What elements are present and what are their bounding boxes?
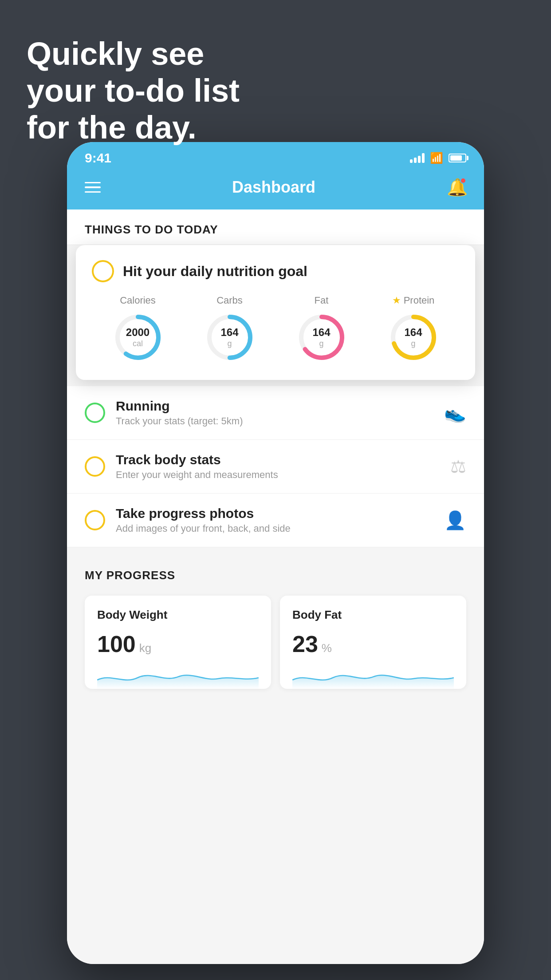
donut-calories: 2000 cal [111,311,165,364]
nutrition-card[interactable]: Hit your daily nutrition goal Calories 2… [76,245,475,380]
nutrition-item-protein: ★Protein 164 g [387,295,440,364]
donut-value-calories: 2000 [126,326,150,339]
nutrition-item-calories: Calories 2000 cal [111,295,165,364]
donut-unit-carbs: g [220,339,238,349]
star-icon: ★ [392,295,401,306]
todo-title-0: Running [116,399,433,414]
status-time: 9:41 [85,150,111,166]
status-bar: 9:41 📶 [67,142,484,170]
progress-value-row-0: 100 kg [97,631,259,657]
todo-circle-1 [85,456,105,477]
todo-text-0: Running Track your stats (target: 5km) [116,399,433,427]
mini-chart-1 [292,664,454,689]
progress-unit-0: kg [139,641,151,655]
donut-protein: 164 g [387,311,440,364]
donut-value-protein: 164 [404,326,422,339]
nutrition-card-title: Hit your daily nutrition goal [123,263,307,280]
progress-unit-1: % [322,641,332,655]
phone-mockup: 9:41 📶 Dashboard 🔔 THINGS TO DO TODAY [67,142,484,964]
todo-subtitle-2: Add images of your front, back, and side [116,523,433,534]
status-icons: 📶 [410,152,466,164]
nutrition-item-fat: Fat 164 g [295,295,348,364]
nutrition-label-carbs: Carbs [216,295,243,306]
progress-heading: MY PROGRESS [85,569,466,582]
progress-card-0[interactable]: Body Weight 100 kg [85,596,271,689]
nutrition-label-fat: Fat [315,295,329,306]
notification-bell[interactable]: 🔔 [447,178,466,197]
todo-text-1: Track body stats Enter your weight and m… [116,452,440,481]
todo-list: Running Track your stats (target: 5km) 👟… [67,386,484,547]
progress-section: MY PROGRESS Body Weight 100 kg [67,547,484,707]
hamburger-menu[interactable] [85,182,101,193]
progress-cards: Body Weight 100 kg Body Fat [85,596,466,689]
progress-card-1[interactable]: Body Fat 23 % [280,596,466,689]
progress-card-title-0: Body Weight [97,608,259,622]
todo-icon-2: 👤 [444,510,466,531]
todo-subtitle-1: Enter your weight and measurements [116,469,440,481]
todo-title-1: Track body stats [116,452,440,467]
hero-line3: for the day. [27,109,240,146]
things-to-do-header: THINGS TO DO TODAY [67,209,484,245]
todo-icon-1: ⚖ [450,456,466,477]
progress-value-1: 23 [292,631,318,657]
nutrition-label-calories: Calories [120,295,156,306]
donut-fat: 164 g [295,311,348,364]
mini-chart-0 [97,664,259,689]
progress-value-row-1: 23 % [292,631,454,657]
battery-icon [449,154,466,162]
progress-value-0: 100 [97,631,136,657]
things-to-do-title: THINGS TO DO TODAY [85,223,218,236]
donut-value-carbs: 164 [220,326,238,339]
nutrition-label-protein: Protein [404,295,435,306]
todo-title-2: Take progress photos [116,506,433,521]
app-header: Dashboard 🔔 [67,170,484,209]
todo-icon-0: 👟 [444,403,466,423]
notification-dot [460,178,466,184]
todo-item-1[interactable]: Track body stats Enter your weight and m… [67,440,484,494]
todo-text-2: Take progress photos Add images of your … [116,506,433,534]
todo-subtitle-0: Track your stats (target: 5km) [116,415,433,427]
donut-value-fat: 164 [312,326,330,339]
wifi-icon: 📶 [430,152,443,164]
progress-card-title-1: Body Fat [292,608,454,622]
donut-unit-protein: g [404,339,422,349]
app-content: THINGS TO DO TODAY Hit your daily nutrit… [67,209,484,964]
nutrition-check-circle [92,260,114,282]
nutrition-item-carbs: Carbs 164 g [203,295,256,364]
hero-line2: your to-do list [27,72,240,109]
hero-line1: Quickly see [27,36,240,72]
hero-text: Quickly see your to-do list for the day. [27,36,240,146]
todo-circle-2 [85,510,105,530]
todo-circle-0 [85,403,105,423]
donut-carbs: 164 g [203,311,256,364]
header-title: Dashboard [232,178,315,197]
signal-icon [410,153,425,163]
donut-unit-calories: cal [126,339,150,349]
donut-unit-fat: g [312,339,330,349]
todo-item-2[interactable]: Take progress photos Add images of your … [67,494,484,547]
todo-item-0[interactable]: Running Track your stats (target: 5km) 👟 [67,386,484,440]
card-title-row: Hit your daily nutrition goal [92,260,459,282]
nutrition-circles: Calories 2000 cal Carbs 164 g Fat [92,295,459,364]
